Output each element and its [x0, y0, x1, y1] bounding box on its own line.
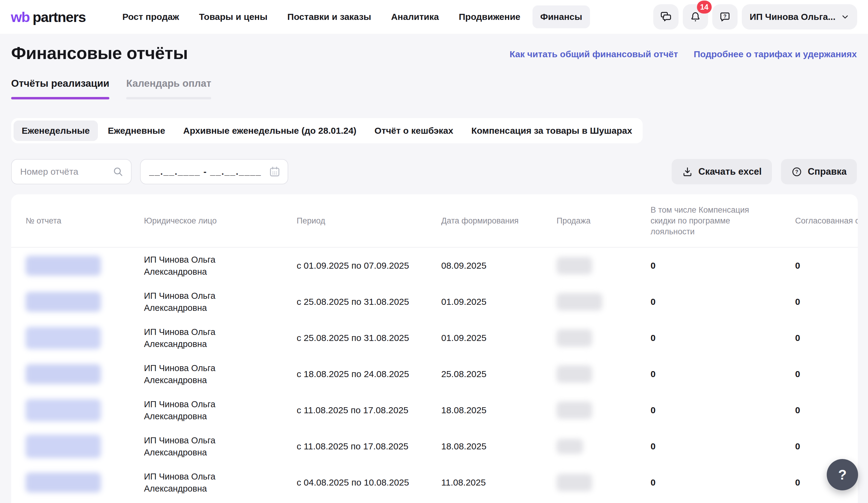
download-excel-button[interactable]: Скачать excel — [672, 159, 772, 184]
sale-redacted — [557, 293, 602, 310]
report-number-redacted[interactable] — [25, 399, 101, 421]
wb-partners-logo[interactable]: wb partners — [11, 9, 85, 25]
formation-date-cell: 25.08.2025 — [441, 369, 557, 379]
col-formation-date: Дата формирования — [441, 215, 557, 226]
agreed-cell: 0 — [795, 369, 858, 379]
page-title: Финансовые отчёты — [11, 43, 188, 63]
period-cell: с 25.08.2025 по 31.08.2025 — [297, 333, 441, 343]
col-period: Период — [297, 215, 441, 226]
formation-date-cell: 18.08.2025 — [441, 441, 557, 452]
floating-help-button[interactable]: ? — [827, 459, 858, 490]
table-row: ИП Чинова Ольга Александровна с 25.08.20… — [11, 284, 858, 320]
header-links: Как читать общий финансовый отчёт Подроб… — [509, 49, 857, 59]
pill-daily[interactable]: Ежедневные — [100, 121, 173, 141]
report-number-redacted[interactable] — [25, 327, 101, 349]
report-number-redacted[interactable] — [25, 435, 101, 458]
svg-text:?: ? — [723, 13, 726, 19]
support-button[interactable]: ? — [712, 4, 737, 30]
nav-item-supplies-orders[interactable]: Поставки и заказы — [279, 6, 379, 28]
report-type-switcher: Еженедельные Ежедневные Архивные еженеде… — [11, 118, 643, 143]
sale-redacted — [557, 365, 592, 383]
sale-redacted — [557, 329, 592, 347]
report-number-redacted[interactable] — [25, 292, 101, 312]
help-bubble-icon: ? — [719, 11, 731, 23]
nav-item-finances[interactable]: Финансы — [533, 6, 590, 28]
loyalty-compensation-cell: 0 — [651, 297, 795, 307]
messages-button[interactable] — [653, 4, 679, 30]
pill-weekly[interactable]: Еженедельные — [13, 121, 98, 141]
agreed-cell: 0 — [795, 333, 858, 343]
period-cell: с 01.09.2025 по 07.09.2025 — [297, 260, 441, 271]
col-agreed: Согласованная с — [795, 215, 858, 226]
col-sale: Продажа — [557, 215, 651, 226]
report-number-redacted[interactable] — [25, 473, 101, 492]
tab-underline — [126, 97, 211, 100]
agreed-cell: 0 — [795, 441, 858, 452]
reports-table: № отчета Юридическое лицо Период Дата фо… — [11, 194, 858, 503]
table-header-row: № отчета Юридическое лицо Период Дата фо… — [11, 194, 858, 247]
tab-active-underline — [11, 97, 109, 100]
formation-date-cell: 08.09.2025 — [441, 260, 557, 271]
reference-button[interactable]: ? Справка — [781, 159, 857, 184]
pill-cashback-report[interactable]: Отчёт о кешбэках — [366, 121, 462, 141]
sale-redacted — [557, 474, 592, 491]
report-number-redacted[interactable] — [25, 256, 101, 276]
col-legal-entity: Юридическое лицо — [144, 215, 297, 226]
tab-payment-calendar[interactable]: Календарь оплат — [126, 78, 211, 100]
sale-redacted — [557, 257, 592, 274]
account-label: ИП Чинова Ольга... — [750, 12, 836, 22]
question-mark-icon: ? — [838, 466, 847, 483]
loyalty-compensation-cell: 0 — [651, 405, 795, 415]
formation-date-cell: 11.08.2025 — [441, 478, 557, 487]
nav-item-sales-growth[interactable]: Рост продаж — [114, 6, 187, 28]
nav-item-analytics[interactable]: Аналитика — [383, 6, 447, 28]
pill-archive-weekly[interactable]: Архивные еженедельные (до 28.01.24) — [175, 121, 364, 141]
legal-entity-cell: ИП Чинова Ольга Александровна — [144, 362, 234, 386]
account-selector[interactable]: ИП Чинова Ольга... — [742, 4, 857, 30]
report-number-search — [11, 159, 132, 184]
nav-item-goods-prices[interactable]: Товары и цены — [191, 6, 275, 28]
download-icon — [682, 166, 693, 177]
legal-entity-cell: ИП Чинова Ольга Александровна — [144, 434, 234, 459]
report-number-redacted[interactable] — [25, 364, 101, 384]
filters-row: Скачать excel ? Справка — [11, 159, 857, 184]
col-loyalty-compensation: В том числе Компенсация скидки по програ… — [651, 205, 755, 237]
table-row: ИП Чинова Ольга Александровна с 11.08.20… — [11, 392, 858, 428]
legal-entity-cell: ИП Чинова Ольга Александровна — [144, 290, 234, 314]
loyalty-compensation-cell: 0 — [651, 478, 795, 487]
period-cell: с 18.08.2025 по 24.08.2025 — [297, 369, 441, 379]
formation-date-cell: 01.09.2025 — [441, 333, 557, 343]
link-tariffs-deductions[interactable]: Подробнее о тарифах и удержаниях — [694, 49, 857, 59]
link-how-to-read-report[interactable]: Как читать общий финансовый отчёт — [509, 49, 678, 59]
nav-item-promotion[interactable]: Продвижение — [451, 6, 528, 28]
svg-text:?: ? — [795, 169, 798, 174]
logo-partners: partners — [32, 9, 85, 25]
top-navbar: wb partners Рост продаж Товары и цены По… — [0, 0, 868, 34]
period-cell: с 11.08.2025 по 17.08.2025 — [297, 405, 441, 415]
report-number-input[interactable] — [12, 160, 131, 184]
pill-shushary-compensation[interactable]: Компенсация за товары в Шушарах — [463, 121, 640, 141]
table-row: ИП Чинова Ольга Александровна с 18.08.20… — [11, 356, 858, 392]
question-circle-icon: ? — [791, 166, 802, 177]
period-cell: с 11.08.2025 по 17.08.2025 — [297, 441, 441, 452]
agreed-cell: 0 — [795, 260, 858, 271]
tab-sales-reports[interactable]: Отчёты реализации — [11, 78, 109, 100]
period-cell: с 04.08.2025 по 10.08.2025 — [297, 478, 441, 487]
loyalty-compensation-cell: 0 — [651, 260, 795, 271]
table-row: ИП Чинова Ольга Александровна с 11.08.20… — [11, 428, 858, 464]
formation-date-cell: 01.09.2025 — [441, 297, 557, 307]
notifications-button[interactable]: 14 — [683, 4, 708, 30]
agreed-cell: 0 — [795, 297, 858, 307]
date-range-picker — [140, 159, 288, 184]
loyalty-compensation-cell: 0 — [651, 369, 795, 379]
loyalty-compensation-cell: 0 — [651, 441, 795, 452]
date-range-input[interactable] — [141, 160, 288, 184]
loyalty-compensation-cell: 0 — [651, 333, 795, 343]
report-tabs: Отчёты реализации Календарь оплат — [11, 78, 211, 100]
wb-partners-app: wb partners Рост продаж Товары и цены По… — [0, 0, 868, 503]
legal-entity-cell: ИП Чинова Ольга Александровна — [144, 398, 234, 422]
table-row: ИП Чинова Ольга Александровна с 04.08.20… — [11, 464, 858, 501]
period-cell: с 25.08.2025 по 31.08.2025 — [297, 297, 441, 307]
sale-redacted — [557, 439, 583, 454]
chevron-down-icon — [841, 13, 849, 21]
